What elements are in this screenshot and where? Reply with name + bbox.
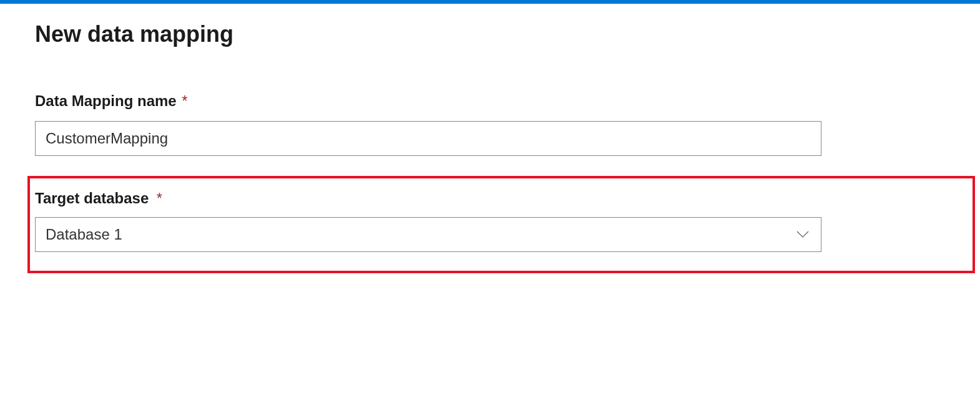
required-asterisk-icon: *: [157, 190, 162, 206]
target-database-label: Target database: [35, 190, 149, 207]
mapping-name-label: Data Mapping name: [35, 92, 177, 110]
target-database-select-wrapper: Database 1: [35, 217, 821, 252]
page-title: New data mapping: [35, 21, 945, 47]
target-database-select[interactable]: Database 1: [35, 217, 821, 252]
highlight-annotation-box: Target database * Database 1: [27, 176, 975, 273]
required-asterisk-icon: *: [182, 92, 187, 109]
field-group-mapping-name: Data Mapping name *: [35, 92, 945, 156]
target-database-selected-value: Database 1: [46, 226, 122, 243]
page-content: New data mapping Data Mapping name * Tar…: [0, 4, 980, 291]
mapping-name-input[interactable]: [35, 121, 821, 156]
